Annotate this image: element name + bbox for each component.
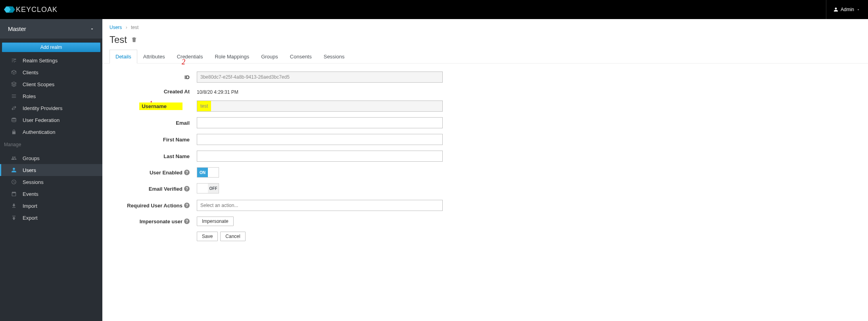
exchange-icon <box>11 105 17 111</box>
user-enabled-label: User Enabled ? <box>109 170 197 176</box>
tabs: Details Attributes Credentials Role Mapp… <box>102 49 868 64</box>
nav-label: Authentication <box>23 129 55 135</box>
nav-identity-providers[interactable]: Identity Providers <box>0 102 102 114</box>
tab-consents[interactable]: Consents <box>284 50 318 64</box>
nav-clients[interactable]: Clients <box>0 66 102 78</box>
nav-label: Users <box>23 167 36 173</box>
email-verified-toggle[interactable]: OFF <box>197 183 219 193</box>
tab-attributes[interactable]: Attributes <box>137 50 171 64</box>
tab-sessions[interactable]: Sessions <box>318 50 351 64</box>
help-icon[interactable]: ? <box>184 186 190 191</box>
nav-label: Roles <box>23 93 36 99</box>
username-label: Username <box>139 102 182 110</box>
id-input <box>197 72 443 83</box>
username-input <box>197 101 443 112</box>
breadcrumb-separator: › <box>126 25 127 30</box>
main-content: Users › test Test Details Attributes Cre… <box>102 19 868 321</box>
save-button[interactable]: Save <box>197 232 218 241</box>
realm-name: Master <box>8 25 26 32</box>
user-label: Admin <box>841 7 854 12</box>
nav-label: Clients <box>23 70 38 75</box>
nav-label: Export <box>23 215 38 221</box>
clock-icon <box>11 179 17 185</box>
realm-selector[interactable]: Master <box>0 19 102 39</box>
nav-label: Identity Providers <box>23 105 62 111</box>
nav-user-federation[interactable]: User Federation <box>0 114 102 126</box>
user-menu[interactable]: Admin <box>826 0 860 19</box>
nav-export[interactable]: Export <box>0 212 102 224</box>
lastname-label: Last Name <box>109 153 197 159</box>
toggle-on-label <box>197 184 208 193</box>
nav-label: Realm Settings <box>23 58 58 64</box>
delete-icon[interactable] <box>131 37 137 43</box>
tab-groups[interactable]: Groups <box>255 50 284 64</box>
id-label: ID <box>109 74 197 80</box>
add-realm-button[interactable]: Add realm <box>2 43 100 52</box>
tab-details[interactable]: Details <box>109 50 137 64</box>
sliders-icon <box>11 57 17 64</box>
chevron-down-icon <box>856 8 860 12</box>
users-icon <box>11 155 17 161</box>
breadcrumb-parent[interactable]: Users <box>109 25 122 30</box>
nav-label: User Federation <box>23 117 60 123</box>
breadcrumb-current: test <box>131 25 138 30</box>
cube-icon <box>11 69 17 75</box>
svg-point-2 <box>12 118 16 119</box>
top-bar: KEYCLOAK Admin <box>0 0 868 19</box>
help-icon[interactable]: ? <box>184 219 190 224</box>
import-icon <box>11 203 17 209</box>
user-icon <box>833 7 838 12</box>
created-value: 10/8/20 4:29:31 PM <box>197 88 443 95</box>
nav-events[interactable]: Events <box>0 188 102 200</box>
nav-label: Events <box>23 191 38 197</box>
nav-users[interactable]: Users <box>0 164 102 176</box>
nav-label: Groups <box>23 155 40 161</box>
required-actions-label: Required User Actions ? <box>109 203 197 209</box>
help-icon[interactable]: ? <box>184 203 190 208</box>
nav-realm-settings[interactable]: Realm Settings <box>0 54 102 66</box>
impersonate-button[interactable]: Impersonate <box>197 217 234 226</box>
cancel-button[interactable]: Cancel <box>220 232 245 241</box>
keycloak-icon <box>4 5 15 14</box>
email-verified-label: Email Verified ? <box>109 186 197 192</box>
required-actions-select[interactable] <box>197 200 443 211</box>
sidebar: Master Add realm Realm Settings Clients <box>0 19 102 321</box>
email-label: Email <box>109 120 197 126</box>
chevron-down-icon <box>90 27 94 31</box>
nav-label: Client Scopes <box>23 81 54 87</box>
nav-client-scopes[interactable]: Client Scopes <box>0 78 102 90</box>
page-title: Test <box>109 34 127 45</box>
toggle-off-label: OFF <box>208 184 219 193</box>
brand-logo[interactable]: KEYCLOAK <box>4 5 58 14</box>
created-label: Created At <box>109 89 197 95</box>
breadcrumb: Users › test <box>102 19 868 32</box>
nav-roles[interactable]: Roles <box>0 90 102 102</box>
details-form: ID Created At 10/8/20 4:29:31 PM 1 Usern… <box>102 64 578 255</box>
user-icon <box>11 167 17 173</box>
help-icon[interactable]: ? <box>184 170 190 175</box>
manage-heading: Manage <box>0 138 102 150</box>
nav-authentication[interactable]: Authentication <box>0 126 102 138</box>
toggle-on-label: ON <box>197 168 208 177</box>
nav-sessions[interactable]: Sessions <box>0 176 102 188</box>
firstname-input[interactable] <box>197 134 443 145</box>
stack-icon <box>11 81 17 87</box>
nav-groups[interactable]: Groups <box>0 152 102 164</box>
lastname-input[interactable] <box>197 151 443 162</box>
lock-icon <box>11 129 17 135</box>
nav-label: Sessions <box>23 179 44 185</box>
email-input[interactable] <box>197 117 443 128</box>
list-icon <box>11 93 17 99</box>
toggle-off-label <box>208 168 219 177</box>
database-icon <box>11 117 17 123</box>
calendar-icon <box>11 191 17 197</box>
export-icon <box>11 215 17 221</box>
nav-import[interactable]: Import <box>0 200 102 212</box>
nav-label: Import <box>23 203 37 209</box>
brand-text: KEYCLOAK <box>16 6 58 14</box>
tab-credentials[interactable]: Credentials <box>171 50 209 64</box>
impersonate-label: Impersonate user ? <box>109 219 197 224</box>
firstname-label: First Name <box>109 137 197 143</box>
tab-role-mappings[interactable]: Role Mappings <box>209 50 255 64</box>
user-enabled-toggle[interactable]: ON <box>197 167 219 178</box>
